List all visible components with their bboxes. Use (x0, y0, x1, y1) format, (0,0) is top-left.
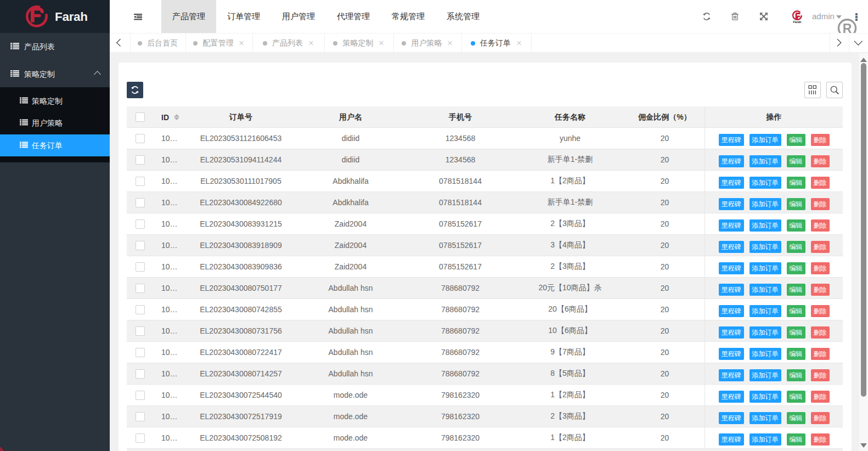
svg-text:R: R (843, 21, 852, 34)
svg-text:Farah: Farah (793, 20, 802, 24)
